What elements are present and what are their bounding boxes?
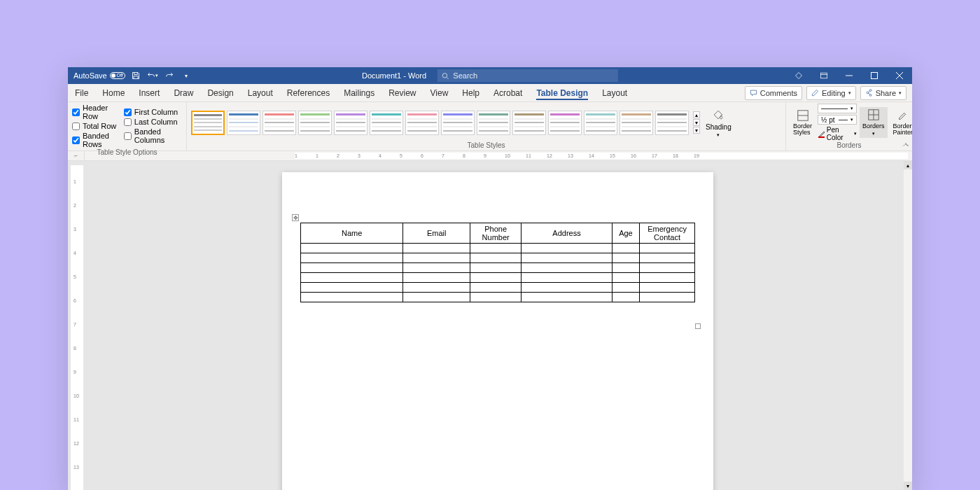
table-style-swatch[interactable] <box>441 111 475 135</box>
close-button[interactable] <box>887 67 912 84</box>
table-cell[interactable] <box>640 273 695 283</box>
save-icon[interactable] <box>130 69 142 82</box>
tab-review[interactable]: Review <box>382 84 423 102</box>
table-style-swatch[interactable] <box>620 111 653 135</box>
minimize-button[interactable] <box>836 67 862 84</box>
table-cell[interactable] <box>640 244 695 253</box>
tab-layout[interactable]: Layout <box>241 84 280 102</box>
table-cell[interactable] <box>301 253 403 263</box>
table-cell[interactable] <box>612 283 639 293</box>
option-first-column[interactable]: First Column <box>124 108 182 116</box>
checkbox[interactable] <box>124 132 132 140</box>
redo-button[interactable] <box>163 69 176 82</box>
option-header-row[interactable]: Header Row <box>72 104 121 120</box>
table-cell[interactable] <box>301 244 403 253</box>
table-cell[interactable] <box>403 253 470 263</box>
table-row[interactable] <box>301 253 695 263</box>
tab-design[interactable]: Design <box>200 84 240 102</box>
styles-scroll-up[interactable]: ▴ <box>693 111 700 118</box>
border-styles-button[interactable]: Border Styles <box>790 109 815 136</box>
table-cell[interactable] <box>301 263 403 273</box>
table-cell[interactable] <box>640 263 695 273</box>
checkbox[interactable] <box>124 108 132 116</box>
table-cell[interactable] <box>522 253 612 263</box>
table-cell[interactable] <box>640 283 695 293</box>
pen-color-button[interactable]: Pen Color <box>827 126 852 141</box>
vertical-scrollbar[interactable]: ▴ ▾ <box>904 161 912 490</box>
search-box[interactable] <box>438 69 618 82</box>
table-style-swatch[interactable] <box>405 111 439 135</box>
comments-button[interactable]: Comments <box>745 86 802 100</box>
styles-more[interactable]: ▾ <box>693 127 700 134</box>
line-style-select[interactable]: ▾ <box>818 104 857 113</box>
table-style-swatch[interactable] <box>262 111 296 135</box>
table-style-swatch[interactable] <box>298 111 332 135</box>
shading-button[interactable]: Shading ▾ <box>703 108 734 138</box>
table-cell[interactable] <box>612 253 639 263</box>
qa-customize-icon[interactable]: ▾ <box>180 69 192 82</box>
autosave-toggle[interactable]: AutoSave Off <box>74 71 125 80</box>
table-cell[interactable] <box>470 263 522 273</box>
tab-mailings[interactable]: Mailings <box>337 84 382 102</box>
table-header-row[interactable]: NameEmailPhone NumberAddressAgeEmergency… <box>301 223 695 244</box>
tab-table-design[interactable]: Table Design <box>529 84 595 102</box>
table-row[interactable] <box>301 263 695 273</box>
table-cell[interactable] <box>470 273 522 283</box>
table-cell[interactable] <box>522 293 612 302</box>
table-row[interactable] <box>301 273 695 283</box>
table-cell[interactable] <box>470 283 522 293</box>
table-cell[interactable] <box>470 244 522 253</box>
table-cell[interactable] <box>301 293 403 302</box>
option-last-column[interactable]: Last Column <box>124 118 182 126</box>
maximize-button[interactable] <box>862 67 887 84</box>
table-style-swatch[interactable] <box>191 111 225 135</box>
vertical-ruler[interactable]: 12345678910111213 <box>71 165 83 490</box>
checkbox[interactable] <box>72 122 80 130</box>
table-style-swatch[interactable] <box>584 111 617 135</box>
scroll-down-button[interactable]: ▾ <box>904 482 912 490</box>
table-cell[interactable] <box>403 263 470 273</box>
table-cell[interactable] <box>612 263 639 273</box>
table-cell[interactable] <box>301 283 403 293</box>
option-banded-rows[interactable]: Banded Rows <box>72 132 121 148</box>
table-row[interactable] <box>301 283 695 293</box>
horizontal-ruler[interactable]: 112345678910111213141516171819 <box>295 153 908 159</box>
table-cell[interactable] <box>640 253 695 263</box>
borders-button[interactable]: Borders ▾ <box>860 107 888 138</box>
table-cell[interactable] <box>403 293 470 302</box>
table-style-swatch[interactable] <box>477 111 510 135</box>
styles-scroll-down[interactable]: ▾ <box>693 119 700 126</box>
tab-view[interactable]: View <box>424 84 456 102</box>
tab-file[interactable]: File <box>68 84 95 102</box>
checkbox[interactable] <box>124 118 132 126</box>
tab-acrobat[interactable]: Acrobat <box>486 84 529 102</box>
checkbox[interactable] <box>72 136 80 144</box>
search-input[interactable] <box>453 71 614 80</box>
document-table[interactable]: NameEmailPhone NumberAddressAgeEmergency… <box>300 223 695 302</box>
table-cell[interactable] <box>612 293 639 302</box>
table-row[interactable] <box>301 244 695 253</box>
table-cell[interactable] <box>522 283 612 293</box>
tab-help[interactable]: Help <box>455 84 486 102</box>
table-cell[interactable] <box>403 244 470 253</box>
table-style-swatch[interactable] <box>548 111 582 135</box>
share-button[interactable]: Share▾ <box>860 86 906 100</box>
table-cell[interactable] <box>403 283 470 293</box>
border-painter-button[interactable]: Border Painter <box>890 109 912 136</box>
table-cell[interactable] <box>470 253 522 263</box>
table-header-cell[interactable]: Name <box>301 223 403 244</box>
table-cell[interactable] <box>522 273 612 283</box>
table-cell[interactable] <box>522 244 612 253</box>
table-resize-handle[interactable] <box>695 323 701 329</box>
table-style-swatch[interactable] <box>655 111 689 135</box>
table-header-cell[interactable]: Email <box>403 223 470 244</box>
table-cell[interactable] <box>612 273 639 283</box>
table-header-cell[interactable]: Phone Number <box>470 223 522 244</box>
table-cell[interactable] <box>470 293 522 302</box>
table-cell[interactable] <box>640 293 695 302</box>
scroll-up-button[interactable]: ▴ <box>904 161 912 169</box>
option-banded-columns[interactable]: Banded Columns <box>124 127 182 144</box>
tab-layout[interactable]: Layout <box>595 84 634 102</box>
undo-button[interactable]: ▾ <box>146 69 159 82</box>
collapse-ribbon-button[interactable]: ︿ <box>902 139 909 149</box>
